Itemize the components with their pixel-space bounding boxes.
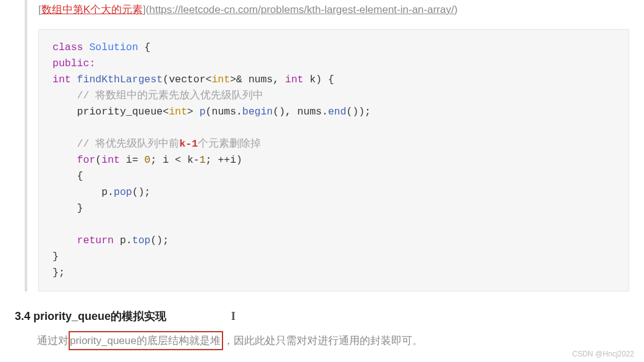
paragraph-tail: ，因此此处只需对对进行通用的封装即可。 <box>223 335 423 347</box>
problem-url-link[interactable]: https://leetcode-cn.com/problems/kth-lar… <box>149 4 454 15</box>
number-zero: 0 <box>145 154 151 166</box>
section-heading: 3.4 priority_queue的模拟实现 I <box>15 309 629 324</box>
function-name: findKthLargest <box>71 74 163 85</box>
class-name: Solution <box>89 41 138 53</box>
method-end: end <box>328 106 347 118</box>
paragraph-lead: 通过对 <box>37 335 69 347</box>
paragraph: 通过对priority_queue的底层结构就是堆，因此此处只需对对进行通用的封… <box>37 334 629 348</box>
code-block: class Solution { public: int findKthLarg… <box>38 29 629 291</box>
problem-link-row: [数组中第K个大的元素](https://leetcode-cn.com/pro… <box>38 0 629 17</box>
keyword-for: for <box>77 154 96 166</box>
text-cursor-icon: I <box>231 310 240 323</box>
watermark: CSDN @Hncj2022 <box>572 350 634 355</box>
bracket: ]( <box>143 4 149 15</box>
section-title-text: priority_queue的模拟实现 <box>33 310 166 322</box>
keyword-public: public: <box>53 58 95 69</box>
keyword-int: int <box>53 74 71 85</box>
problem-title-link[interactable]: 数组中第K个大的元素 <box>41 4 143 15</box>
method-pop: pop <box>114 186 132 198</box>
comment: // 将优先级队列中前 <box>77 138 180 150</box>
highlighted-box: priority_queue的底层结构就是堆 <box>69 331 223 350</box>
comment: // 将数组中的元素先放入优先级队列中 <box>77 90 264 101</box>
var-p: p <box>200 106 206 118</box>
number-one: 1 <box>200 154 206 166</box>
section-number: 3.4 <box>15 310 33 322</box>
method-top: top <box>132 235 151 246</box>
highlight-k-1: k-1 <box>179 138 198 150</box>
keyword-return: return <box>77 235 114 246</box>
comment: 个元素删除掉 <box>198 138 261 150</box>
type-int: int <box>211 74 230 85</box>
bracket: ) <box>454 4 458 15</box>
method-begin: begin <box>242 106 273 118</box>
keyword-int: int <box>101 154 120 166</box>
type-int: int <box>169 106 187 118</box>
keyword-int: int <box>285 74 303 85</box>
keyword-class: class <box>53 41 83 53</box>
